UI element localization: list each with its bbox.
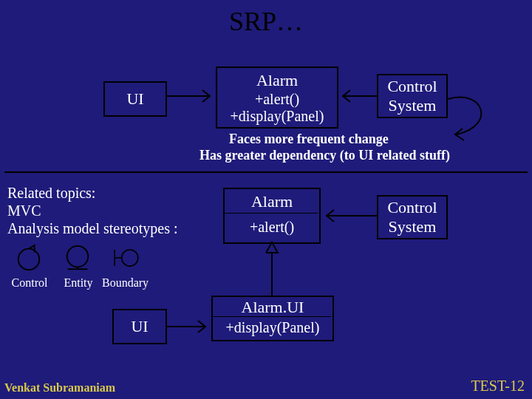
top-ui-label: UI [126,89,143,109]
related-heading: Related topics: [7,185,95,202]
bottom-control-l1: Control [378,198,446,217]
bottom-control-l2: System [378,217,446,236]
top-alarm-name: Alarm [217,70,337,91]
entity-icon [64,244,92,272]
bottom-ui-box: UI [112,309,167,344]
svg-point-3 [67,246,89,267]
top-control-l1: Control [378,77,446,96]
top-alarm-op2: +display(Panel) [217,108,337,125]
control-icon [15,244,43,272]
boundary-icon [112,244,140,272]
arrow-control-to-alarm [337,89,377,103]
arrow-alarmui-to-alarm [265,242,279,296]
footer-page: TEST-12 [471,378,525,395]
footer-author: Venkat Subramaniam [4,381,115,395]
arrow-ui-to-alarm [166,89,216,103]
bottom-alarm-name: Alarm [225,191,319,216]
annotation-curve-top [443,81,502,140]
bottom-alarm-box: Alarm +alert() [223,188,321,244]
related-l2: Analysis model stereotypes : [7,220,178,237]
svg-point-2 [18,249,40,270]
bottom-alarm-sep [225,213,318,214]
bottom-alarm-op: +alert() [225,216,319,241]
note-line1: Faces more frequent change [229,132,389,147]
top-control-l2: System [378,96,446,115]
bottom-alarmui-name: Alarm.UI [213,298,332,318]
slide-title: SRP… [0,6,532,37]
boundary-label: Boundary [102,276,146,290]
control-label: Control [7,276,52,290]
arrow-bottom-control-to-alarm [319,208,377,223]
bottom-alarmui-op: +display(Panel) [213,318,332,339]
note-line2: Has greater dependency (to UI related st… [200,148,450,163]
bottom-ui-label: UI [131,317,148,336]
svg-point-8 [122,250,138,266]
top-ui-box: UI [103,81,167,117]
top-alarm-box: Alarm +alert() +display(Panel) [216,66,338,129]
top-control-box: Control System [377,74,448,118]
divider [4,171,528,173]
bottom-control-box: Control System [377,195,448,239]
bottom-alarmui-box: Alarm.UI +display(Panel) [211,296,334,341]
top-alarm-op1: +alert() [217,91,337,108]
entity-label: Entity [56,276,100,290]
bottom-alarmui-sep [213,316,331,317]
arrow-ui-to-alarmui [166,319,211,334]
related-l1: MVC [7,202,41,219]
